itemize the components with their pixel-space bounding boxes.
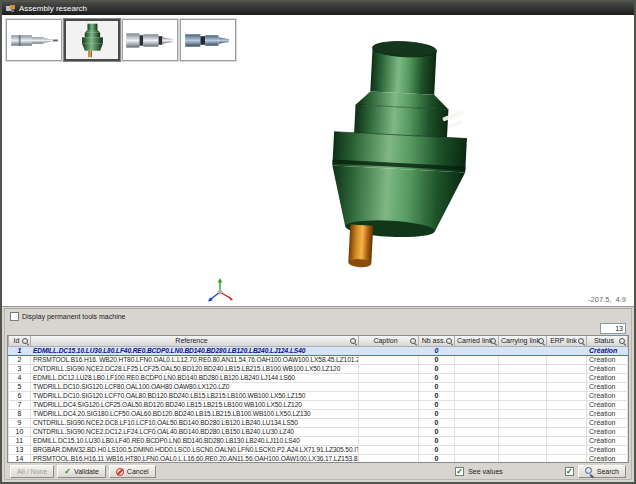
table-row[interactable]: 9CNTDRILL.SIG90.NCE2.DC8.LF10.LCF10.OAL5… — [9, 418, 628, 427]
assembly-thumbnail-strip — [6, 19, 236, 61]
cell-carried-link — [455, 445, 499, 454]
see-values-checkbox[interactable]: ✓ — [455, 467, 464, 476]
validate-button[interactable]: ✓ Validate — [57, 465, 105, 478]
cell-erp-link — [547, 445, 587, 454]
cell-carrying-link — [499, 346, 547, 355]
thumbnail-2[interactable] — [64, 19, 120, 61]
cell-carrying-link — [499, 355, 547, 364]
table-row[interactable]: 6TWDRILL.DC10.SIG120.LCF70.OAL80.BD120.B… — [9, 391, 628, 400]
cell-reference: TWDRILL.DC4.20.SIG180.LCF50.OAL60.BD120.… — [31, 409, 359, 418]
column-header-id[interactable]: Id — [9, 336, 31, 346]
column-filter-icon[interactable] — [22, 338, 29, 345]
table-row[interactable]: 1EDMILL.DC15.10.LU30.L80.LF40.RE0.BCDP0.… — [9, 346, 628, 355]
search-button[interactable]: Search — [578, 465, 626, 478]
cell-carrying-link — [499, 373, 547, 382]
column-filter-icon[interactable] — [446, 338, 453, 345]
table-row[interactable]: 3CNTDRILL.SIG90.NCE2.DC28.LF25.LCF25.OAL… — [9, 364, 628, 373]
search-magnifier-icon — [585, 467, 594, 476]
table-row[interactable]: 7TWDRILL.DC4.SIG120.LCF25.OAL50.BD120.BD… — [9, 400, 628, 409]
cell-caption — [359, 445, 419, 454]
column-header-status[interactable]: Status — [587, 336, 628, 346]
cell-reference: PRSMTOOL.B16.H16.11.WB16.HT80.LFN0.OAL0.… — [31, 454, 359, 463]
thumbnail-3[interactable] — [122, 19, 178, 61]
thumbnail-4-image — [181, 20, 235, 60]
cell-status: Création — [587, 454, 628, 463]
cell-id: 3 — [9, 364, 31, 373]
cell-reference: CNTDRILL.SIG90.NCE2.DC28.LF25.LCF25.OAL5… — [31, 364, 359, 373]
cell-carrying-link — [499, 400, 547, 409]
cancel-prohibition-icon — [116, 468, 124, 476]
cell-carrying-link — [499, 382, 547, 391]
table-row[interactable]: 11EDMILL.DC15.10.LU30.LB0.LF40.RE0.BCDP0… — [9, 436, 628, 445]
cell-erp-link — [547, 418, 587, 427]
cell-erp-link — [547, 436, 587, 445]
table-row[interactable]: 5TWDRILL.DC10.SIG120.LCF80.OAL100.OAH80.… — [9, 382, 628, 391]
result-count-field[interactable]: 13 — [600, 323, 626, 334]
cell-status: Création — [587, 391, 628, 400]
cell-reference: CNTDRILL.SIG90.NCE2.DC8.LF10.LCF10.OAL50… — [31, 418, 359, 427]
search-option-checkbox[interactable]: ✓ — [565, 467, 574, 476]
cell-reference: TWDRILL.DC4.SIG120.LCF25.OAL50.BD120.BD2… — [31, 400, 359, 409]
cell-nb-ass: 0 — [419, 400, 455, 409]
cell-caption — [359, 355, 419, 364]
table-row[interactable]: 14PRSMTOOL.B16.H16.11.WB16.HT80.LFN0.OAL… — [9, 454, 628, 463]
column-filter-icon[interactable] — [490, 338, 497, 345]
column-header-label: Carrying link — [501, 337, 540, 344]
cell-status: Création — [587, 373, 628, 382]
cell-nb-ass: 0 — [419, 409, 455, 418]
cell-status: Création — [587, 355, 628, 364]
column-filter-icon[interactable] — [619, 338, 626, 345]
thumbnail-1[interactable] — [6, 19, 62, 61]
cell-erp-link — [547, 382, 587, 391]
column-header-caption[interactable]: Caption — [359, 336, 419, 346]
cell-status: Création — [587, 382, 628, 391]
cell-erp-link — [547, 364, 587, 373]
column-filter-icon[interactable] — [578, 338, 585, 345]
column-filter-icon[interactable] — [538, 338, 545, 345]
display-permanent-tools-checkbox[interactable] — [10, 312, 19, 321]
cell-carrying-link — [499, 436, 547, 445]
search-label: Search — [597, 468, 619, 475]
cell-carrying-link — [499, 454, 547, 463]
column-header-reference[interactable]: Reference — [31, 336, 359, 346]
cell-nb-ass: 0 — [419, 436, 455, 445]
thumbnail-4[interactable] — [180, 19, 236, 61]
cell-carried-link — [455, 409, 499, 418]
cell-reference: TWDRILL.DC10.SIG120.LCF80.OAL100.OAH80.O… — [31, 382, 359, 391]
column-header-carried-link[interactable]: Carried link — [455, 336, 499, 346]
column-header-carrying-link[interactable]: Carrying link — [499, 336, 547, 346]
table-row[interactable]: 13BRGBAR.DMW32.BD.H0.LS100.5.DMIN0.HDD0.… — [9, 445, 628, 454]
cell-erp-link — [547, 355, 587, 364]
table-row[interactable]: 4EDMILL.DC12.LU28.LB0.LF100.RE0.BCDP0.LN… — [9, 373, 628, 382]
table-row[interactable]: 8TWDRILL.DC4.20.SIG180.LCF50.OAL60.BD120… — [9, 409, 628, 418]
cell-caption — [359, 373, 419, 382]
column-header-label: Reference — [175, 337, 207, 344]
column-filter-icon[interactable] — [410, 338, 417, 345]
cell-id: 9 — [9, 418, 31, 427]
column-filter-icon[interactable] — [350, 338, 357, 345]
column-header-nb-ass[interactable]: Nb ass. — [419, 336, 455, 346]
cell-carried-link — [455, 355, 499, 364]
table-row[interactable]: 10CNTDRILL.SIG90.NCE2.DC12.LF24.LCF0.OAL… — [9, 427, 628, 436]
column-header-label: Id — [14, 337, 20, 344]
cell-status: Création — [587, 418, 628, 427]
cell-carried-link — [455, 418, 499, 427]
cell-status: Création — [587, 436, 628, 445]
cell-id: 5 — [9, 382, 31, 391]
cancel-label: Cancel — [127, 468, 149, 475]
thumbnail-1-image — [7, 20, 61, 60]
viewport-3d[interactable]: -207.5, 4.9 — [2, 15, 634, 307]
footer-bar: All / None ✓ Validate Cancel ✓ See value… — [7, 463, 629, 479]
column-header-label: Carried link — [457, 337, 492, 344]
thumbnail-3-image — [123, 20, 177, 60]
cell-carried-link — [455, 346, 499, 355]
cell-erp-link — [547, 346, 587, 355]
cell-erp-link — [547, 373, 587, 382]
cell-caption — [359, 364, 419, 373]
table-row[interactable]: 2PRSMTOOL.B16.H16. WB20.HT80.LFN0.OAL0.L… — [9, 355, 628, 364]
cell-id: 14 — [9, 454, 31, 463]
column-header-erp-link[interactable]: ERP link — [547, 336, 587, 346]
all-none-button[interactable]: All / None — [10, 465, 54, 478]
cancel-button[interactable]: Cancel — [109, 465, 156, 478]
cell-id: 10 — [9, 427, 31, 436]
